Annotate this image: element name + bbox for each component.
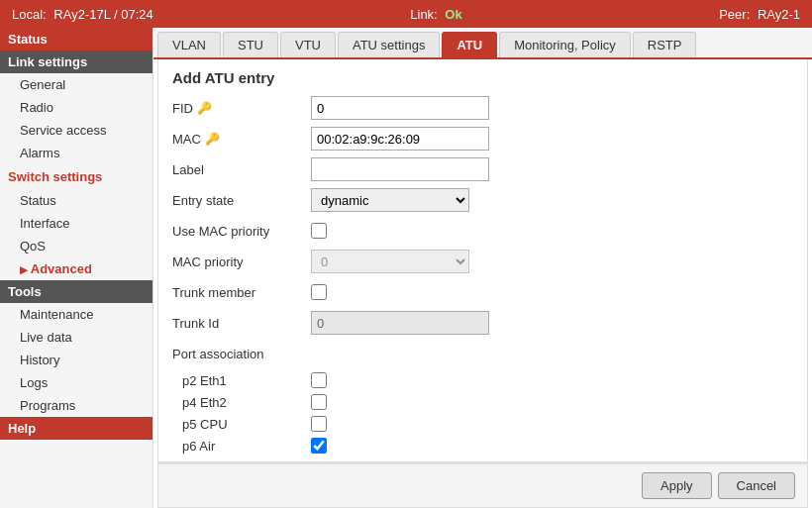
tab-atu-settings[interactable]: ATU settings [338,32,440,57]
trunk-id-row: Trunk Id [172,311,793,335]
label-row: Label [172,157,793,181]
entry-state-label: Entry state [172,193,311,208]
tabs-bar: VLAN STU VTU ATU settings ATU Monitoring… [153,28,812,59]
mac-priority-label: MAC priority [172,254,311,269]
label-label: Label [172,162,311,177]
port-p5-label: p5 CPU [182,417,311,432]
entry-state-row: Entry state dynamic static none [172,188,793,212]
mac-priority-row: MAC priority 0 [172,250,793,273]
sidebar-item-alarms[interactable]: Alarms [0,142,152,164]
sidebar-item-advanced[interactable]: Advanced [0,257,152,280]
trunk-id-input [311,311,489,335]
sidebar-item-live-data[interactable]: Live data [0,326,152,349]
sidebar-item-programs[interactable]: Programs [0,394,152,417]
sidebar-section-tools[interactable]: Tools [0,280,152,303]
peer-label: Peer: [719,7,750,22]
port-p4-row: p4 Eth2 [182,394,793,410]
sidebar-item-history[interactable]: History [0,349,152,371]
link-label: Link: [410,7,437,22]
sidebar-item-general[interactable]: General [0,73,152,96]
form-title: Add ATU entry [172,69,793,86]
tab-vtu[interactable]: VTU [280,32,336,57]
use-mac-priority-checkbox[interactable] [311,223,327,239]
tab-atu[interactable]: ATU [442,32,497,57]
port-p6-checkbox[interactable] [311,438,327,454]
fid-row: FID 🔑 [172,96,793,120]
action-bar: Apply Cancel [157,462,808,508]
use-mac-priority-label: Use MAC priority [172,224,311,239]
sidebar-section-link-settings[interactable]: Link settings [0,51,152,73]
cancel-button[interactable]: Cancel [718,472,795,499]
sidebar-item-qos[interactable]: QoS [0,235,152,257]
tab-vlan[interactable]: VLAN [157,32,221,57]
apply-button[interactable]: Apply [642,472,712,499]
mac-row: MAC 🔑 [172,127,793,151]
sidebar: Status Link settings General Radio Servi… [0,28,153,508]
tab-stu[interactable]: STU [223,32,278,57]
sidebar-item-maintenance[interactable]: Maintenance [0,303,152,326]
trunk-member-row: Trunk member [172,280,793,304]
trunk-id-label: Trunk Id [172,316,311,331]
sidebar-item-service-access[interactable]: Service access [0,119,152,142]
port-p6-row: p6 Air [182,438,793,454]
port-p5-checkbox[interactable] [311,416,327,432]
sidebar-item-radio[interactable]: Radio [0,96,152,119]
port-p6-label: p6 Air [182,439,311,454]
use-mac-priority-row: Use MAC priority [172,219,793,243]
port-p4-checkbox[interactable] [311,394,327,410]
sidebar-section-switch-settings: Switch settings [0,164,152,189]
fid-input[interactable] [311,96,489,120]
sidebar-item-interface[interactable]: Interface [0,212,152,235]
sidebar-section-help[interactable]: Help [0,417,152,440]
port-p4-label: p4 Eth2 [182,395,311,410]
link-value: Ok [445,7,461,22]
mac-key-icon: 🔑 [205,132,220,146]
trunk-member-label: Trunk member [172,285,311,300]
mac-input[interactable] [311,127,489,151]
entry-state-select[interactable]: dynamic static none [311,188,469,212]
sidebar-section-status[interactable]: Status [0,28,152,51]
local-label: Local: [12,7,47,22]
trunk-member-checkbox[interactable] [311,284,327,300]
port-association-label: Port association [172,347,311,361]
sidebar-item-logs[interactable]: Logs [0,371,152,394]
peer-value: RAy2-1 [758,7,800,22]
label-input[interactable] [311,157,489,181]
mac-priority-select[interactable]: 0 [311,250,469,273]
tab-monitoring-policy[interactable]: Monitoring, Policy [499,32,631,57]
port-p2-label: p2 Eth1 [182,373,311,388]
sidebar-item-status[interactable]: Status [0,189,152,212]
local-value: RAy2-17L / 07:24 [53,7,152,22]
tab-rstp[interactable]: RSTP [633,32,697,57]
top-bar: Local: RAy2-17L / 07:24 Link: Ok Peer: R… [0,0,812,28]
form-panel: Add ATU entry FID 🔑 MAC 🔑 [157,59,808,462]
port-p2-row: p2 Eth1 [182,372,793,388]
mac-label: MAC 🔑 [172,132,311,147]
fid-label: FID 🔑 [172,101,311,116]
link-info: Link: Ok [410,7,461,22]
port-p2-checkbox[interactable] [311,372,327,388]
local-info: Local: RAy2-17L / 07:24 [12,7,153,22]
port-p5-row: p5 CPU [182,416,793,432]
fid-key-icon: 🔑 [197,101,212,115]
port-association-label-row: Port association [172,342,793,365]
peer-info: Peer: RAy2-1 [719,7,800,22]
